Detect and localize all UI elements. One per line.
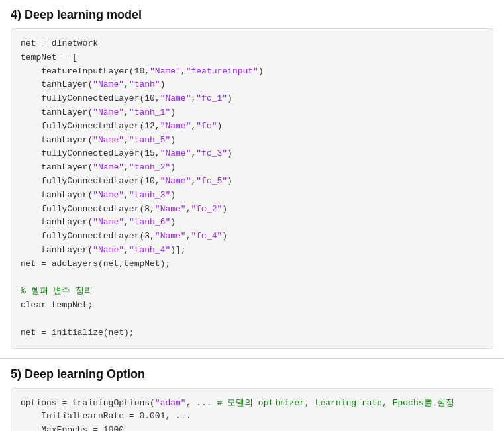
section-2-title: 5) Deep learning Option <box>11 367 493 381</box>
section-1: 4) Deep learning model net = dlnetwork t… <box>0 0 504 349</box>
section-2: 5) Deep learning Option options = traini… <box>0 359 504 431</box>
section-1-title: 4) Deep learning model <box>11 8 493 22</box>
code-block-2: options = trainingOptions("adam", ... # … <box>11 388 493 431</box>
code-block-1: net = dlnetwork tempNet = [ featureInput… <box>11 28 493 349</box>
page: 4) Deep learning model net = dlnetwork t… <box>0 0 504 431</box>
